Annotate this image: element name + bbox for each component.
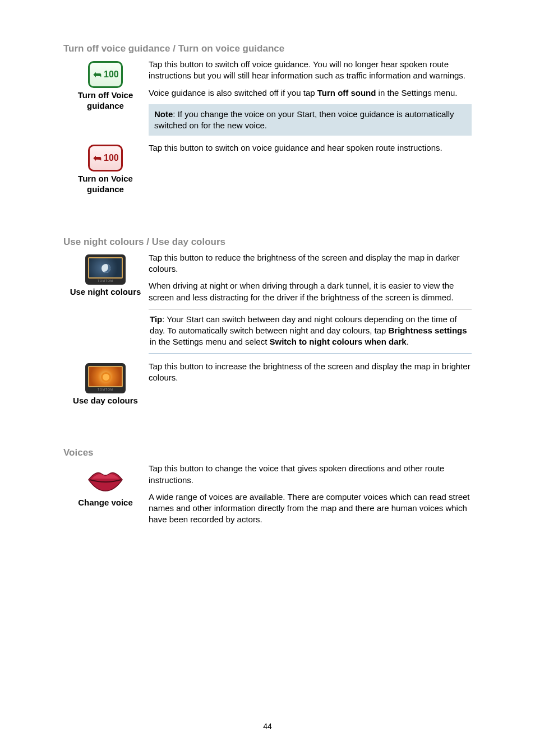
icon-column: TOMTOM Use day colours bbox=[63, 361, 147, 406]
paragraph: Tap this button to change the voice that… bbox=[149, 463, 472, 486]
entry-turn-off-voice: ➦ 100 Turn off Voice guidance Tap this b… bbox=[63, 59, 472, 140]
paragraph: Tap this button to reduce the brightness… bbox=[149, 252, 472, 275]
tip-box: Tip: Your Start can switch between day a… bbox=[149, 309, 472, 354]
paragraph: When driving at night or when driving th… bbox=[149, 280, 472, 303]
caption-change-voice: Change voice bbox=[63, 498, 147, 508]
caption-turn-off-voice: Turn off Voice guidance bbox=[63, 90, 147, 112]
text-column: Tap this button to change the voice that… bbox=[147, 463, 472, 528]
text-column: Tap this button to increase the brightne… bbox=[147, 361, 472, 387]
page: Turn off voice guidance / Turn on voice … bbox=[0, 0, 535, 756]
text-span: in the Settings menu and select bbox=[150, 337, 269, 346]
night-colours-icon: TOMTOM bbox=[85, 254, 126, 285]
text-column: Tap this button to switch on voice guida… bbox=[147, 142, 472, 157]
icon-column: TOMTOM Use night colours bbox=[63, 252, 147, 298]
entry-turn-on-voice: ➦ 100 Turn on Voice guidance Tap this bu… bbox=[63, 142, 472, 195]
bold-text: Turn off sound bbox=[317, 88, 376, 98]
icon-column: ➦ 100 Turn off Voice guidance bbox=[63, 59, 147, 112]
caption-night-colours: Use night colours bbox=[63, 287, 147, 298]
arrow-icon: ➦ bbox=[93, 68, 102, 81]
caption-turn-on-voice: Turn on Voice guidance bbox=[63, 174, 147, 195]
caption-line: Turn off Voice bbox=[78, 90, 133, 100]
caption-line: guidance bbox=[87, 184, 124, 194]
caption-line: guidance bbox=[87, 101, 124, 110]
caption-line: Turn on Voice bbox=[78, 174, 133, 183]
bold-text: Switch to night colours when dark bbox=[269, 337, 406, 346]
text-span: Voice guidance is also switched off if y… bbox=[149, 88, 317, 98]
note-label: Note bbox=[154, 109, 173, 119]
entry-night-colours: TOMTOM Use night colours Tap this button… bbox=[63, 252, 472, 359]
bold-text: Brightness settings bbox=[389, 326, 467, 335]
icon-column: ➦ 100 Turn on Voice guidance bbox=[63, 142, 147, 195]
paragraph: A wide range of voices are available. Th… bbox=[149, 491, 472, 526]
paragraph: Tap this button to switch on voice guida… bbox=[149, 142, 472, 154]
caption-day-colours: Use day colours bbox=[63, 396, 147, 406]
day-colours-icon: TOMTOM bbox=[85, 363, 126, 393]
heading-voice-guidance: Turn off voice guidance / Turn on voice … bbox=[63, 43, 472, 54]
paragraph: Voice guidance is also switched off if y… bbox=[149, 87, 472, 99]
paragraph: Tap this button to switch off voice guid… bbox=[149, 59, 472, 82]
note-box: Note: If you change the voice on your St… bbox=[149, 104, 472, 136]
note-text: : If you change the voice on your Start,… bbox=[154, 109, 454, 130]
icon-number: 100 bbox=[104, 69, 119, 80]
arrow-icon: ➦ bbox=[93, 152, 102, 164]
icon-number: 100 bbox=[104, 153, 119, 163]
turn-off-voice-icon: ➦ 100 bbox=[88, 61, 123, 88]
text-span: . bbox=[407, 337, 409, 346]
icon-column: Change voice bbox=[63, 463, 147, 508]
heading-voices: Voices bbox=[63, 447, 472, 458]
tip-label: Tip bbox=[150, 314, 162, 324]
entry-day-colours: TOMTOM Use day colours Tap this button t… bbox=[63, 361, 472, 406]
text-column: Tap this button to reduce the brightness… bbox=[147, 252, 472, 359]
text-span: in the Settings menu. bbox=[376, 88, 457, 98]
change-voice-icon bbox=[85, 465, 126, 495]
turn-on-voice-icon: ➦ 100 bbox=[88, 145, 123, 171]
heading-colours: Use night colours / Use day colours bbox=[63, 236, 472, 248]
paragraph: Tap this button to increase the brightne… bbox=[149, 361, 472, 384]
entry-change-voice: Change voice Tap this button to change t… bbox=[63, 463, 472, 528]
page-number: 44 bbox=[0, 722, 535, 731]
text-column: Tap this button to switch off voice guid… bbox=[147, 59, 472, 140]
